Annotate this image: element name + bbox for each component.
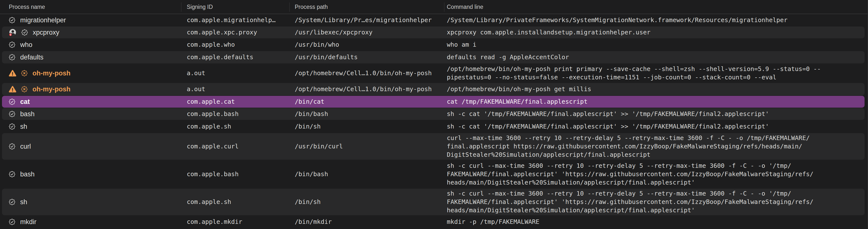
table-header: Process name Signing ID Process path Com… — [0, 0, 868, 14]
process-path-cell: /bin/bash — [289, 108, 444, 120]
process-path-cell: /System/Library/Pr…es/migrationhelper — [289, 14, 444, 26]
column-header-process-name[interactable]: Process name — [0, 4, 181, 10]
signing-id: com.apple.bash — [187, 170, 239, 178]
process-name: sh — [20, 123, 27, 130]
signing-id-cell: com.apple.xpc.proxy — [181, 26, 289, 39]
signing-id: com.apple.who — [187, 41, 235, 49]
process-name-cell: curl — [0, 133, 181, 160]
table-row[interactable]: oh-my-posha.out/opt/homebrew/Cell…1.0/bi… — [0, 64, 868, 83]
command-line: who am i — [447, 41, 476, 49]
process-name: migrationhelper — [20, 16, 66, 24]
process-path-cell: /opt/homebrew/Cell…1.0/bin/oh-my-posh — [289, 64, 444, 83]
signing-id: com.apple.migrationhelp… — [187, 16, 276, 24]
seal-check-icon — [9, 143, 15, 150]
command-line-cell: who am i — [444, 39, 868, 51]
signing-id-cell: com.apple.who — [181, 39, 289, 51]
process-name: who — [20, 41, 32, 49]
command-line: /opt/homebrew/bin/oh-my-posh get millis — [447, 85, 591, 93]
command-line: curl --max-time 3600 --retry 10 --retry-… — [447, 134, 810, 159]
table-row[interactable]: mkdircom.apple.mkdir/bin/mkdirmkdir -p /… — [0, 216, 868, 228]
command-line-cell: /System/Library/PrivateFrameworks/System… — [444, 14, 868, 26]
process-path: /bin/cat — [295, 98, 324, 106]
table-body: migrationhelpercom.apple.migrationhelp…/… — [0, 14, 868, 228]
process-path: /opt/homebrew/Cell…1.0/bin/oh-my-posh — [295, 69, 432, 77]
seal-x-icon — [21, 86, 28, 92]
process-name-cell: bash — [0, 160, 181, 188]
command-line: defaults read -g AppleAccentColor — [447, 53, 569, 62]
signing-id: com.apple.sh — [187, 198, 231, 206]
table-row[interactable]: xpcproxycom.apple.xpc.proxy/usr/libexec/… — [0, 26, 868, 39]
process-path-cell: /bin/sh — [289, 120, 444, 133]
process-path-cell: /usr/libexec/xpcproxy — [289, 26, 444, 39]
signing-id-cell: com.apple.migrationhelp… — [181, 14, 289, 26]
signing-id-cell: a.out — [181, 83, 289, 96]
signing-id: com.apple.bash — [187, 110, 239, 118]
process-name-cell: xpcproxy — [0, 26, 181, 39]
process-path-cell: /bin/mkdir — [289, 216, 444, 228]
table-row[interactable]: defaultscom.apple.defaults/usr/bin/defau… — [0, 51, 868, 64]
process-name-cell: mkdir — [0, 216, 181, 228]
table-row[interactable]: curlcom.apple.curl/usr/bin/curlcurl --ma… — [0, 133, 868, 160]
process-name-cell: sh — [0, 120, 181, 133]
command-line-cell: xpcproxy com.apple.installandsetup.migra… — [444, 26, 868, 39]
process-path: /opt/homebrew/Cell…1.0/bin/oh-my-posh — [295, 85, 432, 93]
signing-id-cell: com.apple.sh — [181, 120, 289, 133]
command-line-cell: /opt/homebrew/bin/oh-my-posh get millis — [444, 83, 868, 96]
table-row[interactable]: catcom.apple.cat/bin/catcat /tmp/FAKEMAL… — [0, 96, 868, 108]
command-line: /opt/homebrew/bin/oh-my-posh print prima… — [447, 65, 821, 82]
table-row[interactable]: shcom.apple.sh/bin/shsh -c curl --max-ti… — [0, 188, 868, 216]
process-path-cell: /usr/bin/curl — [289, 133, 444, 160]
signing-id-cell: com.apple.sh — [181, 188, 289, 216]
table-row[interactable]: shcom.apple.sh/bin/shsh -c cat '/tmp/FAK… — [0, 120, 868, 133]
command-line: sh -c cat '/tmp/FAKEMALWARE/final.apples… — [447, 110, 769, 118]
signing-id-cell: a.out — [181, 64, 289, 83]
signing-id-cell: com.apple.bash — [181, 160, 289, 188]
process-name: cat — [20, 98, 30, 106]
command-line-cell: mkdir -p /tmp/FAKEMALWARE — [444, 216, 868, 228]
process-name: sh — [20, 198, 27, 206]
process-path: /System/Library/Pr…es/migrationhelper — [295, 16, 432, 24]
signing-id-cell: com.apple.bash — [181, 108, 289, 120]
process-name: xpcproxy — [33, 29, 59, 36]
command-line: cat /tmp/FAKEMALWARE/final.applescript — [447, 98, 588, 106]
signing-id: com.apple.sh — [187, 122, 231, 131]
table-row[interactable]: whocom.apple.who/usr/bin/whowho am i — [0, 39, 868, 51]
seal-check-icon — [9, 54, 15, 61]
process-name: bash — [20, 110, 35, 118]
command-line: /System/Library/PrivateFrameworks/System… — [447, 16, 787, 24]
command-line: xpcproxy com.apple.installandsetup.migra… — [447, 28, 651, 37]
process-name: oh-my-posh — [32, 85, 71, 93]
seal-check-icon — [9, 111, 15, 117]
column-header-process-path[interactable]: Process path — [289, 4, 444, 10]
table-row[interactable]: migrationhelpercom.apple.migrationhelp…/… — [0, 14, 868, 26]
process-path-cell: /bin/sh — [289, 188, 444, 216]
command-line: mkdir -p /tmp/FAKEMALWARE — [447, 218, 539, 226]
signing-id-cell: com.apple.cat — [181, 96, 289, 108]
process-name-cell: migrationhelper — [0, 14, 181, 26]
process-path-cell: /opt/homebrew/Cell…1.0/bin/oh-my-posh — [289, 83, 444, 96]
table-row[interactable]: bashcom.apple.bash/bin/bashsh -c cat '/t… — [0, 108, 868, 120]
seal-check-icon — [22, 29, 28, 36]
signing-id-cell: com.apple.curl — [181, 133, 289, 160]
signing-id: com.apple.curl — [187, 142, 239, 151]
signing-id-cell: com.apple.defaults — [181, 51, 289, 64]
process-name-cell: oh-my-posh — [0, 83, 181, 96]
warning-triangle-icon — [9, 70, 16, 77]
command-line-cell: sh -c cat '/tmp/FAKEMALWARE/final.apples… — [444, 108, 868, 120]
column-header-signing-id[interactable]: Signing ID — [181, 4, 289, 10]
signing-id: a.out — [187, 69, 205, 77]
command-line-cell: sh -c cat '/tmp/FAKEMALWARE/final.apples… — [444, 120, 868, 133]
seal-check-icon — [9, 199, 15, 205]
signing-id: com.apple.defaults — [187, 53, 253, 62]
table-row[interactable]: oh-my-posha.out/opt/homebrew/Cell…1.0/bi… — [0, 83, 868, 96]
process-name: curl — [20, 143, 31, 150]
command-line: sh -c curl --max-time 3600 --retry 10 --… — [447, 162, 813, 187]
process-path: /usr/bin/defaults — [295, 53, 358, 62]
process-name: defaults — [20, 53, 43, 61]
process-path: /usr/bin/curl — [295, 142, 343, 151]
column-header-command-line[interactable]: Command line — [444, 4, 868, 10]
table-row[interactable]: bashcom.apple.bash/bin/bashsh -c curl --… — [0, 160, 868, 188]
command-line-cell: defaults read -g AppleAccentColor — [444, 51, 868, 64]
seal-check-icon — [9, 17, 15, 23]
seal-x-icon — [21, 70, 28, 76]
